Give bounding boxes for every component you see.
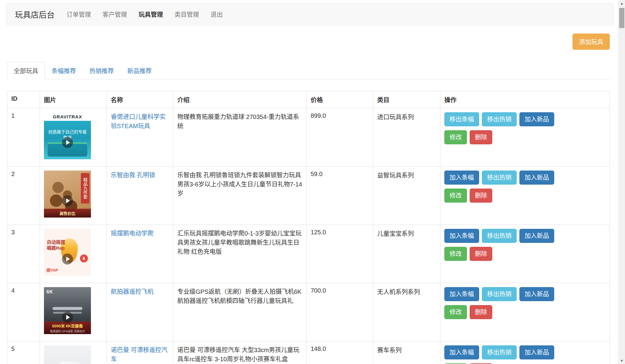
image-badge: 6K: [46, 289, 53, 295]
cell-price: 148.0: [307, 341, 373, 364]
action-button[interactable]: 加入条幅: [444, 229, 479, 243]
navbar-menu-item[interactable]: 类目管理: [169, 3, 205, 25]
action-button[interactable]: 删除: [470, 247, 492, 261]
cell-intro: 汇乐玩具摇摆鹅电动学爬0-1-3岁婴幼儿宝宝玩具男孩女孩儿童早教唱歌跳舞新生儿玩…: [173, 225, 307, 283]
cell-image: 5000米 6K双摄像 电调遥控·GPS返航·无刷动力 6K: [40, 283, 107, 341]
action-button[interactable]: 移出热销: [482, 112, 517, 126]
cell-image: 自动摇摆 唱跳Rap 摇YAP 6: [40, 225, 107, 283]
cell-id: 3: [7, 225, 40, 283]
action-button[interactable]: 移出热销: [482, 287, 517, 301]
navbar-menu-item[interactable]: 客户管理: [97, 3, 133, 25]
action-button[interactable]: 加入新品: [519, 287, 554, 301]
table-row: 4 5000米 6K双摄像 电调遥控·GPS返航·无刷动力 6K 航拍器遥控飞机…: [7, 283, 610, 341]
tab[interactable]: 热销推荐: [83, 62, 121, 79]
play-icon: [62, 254, 73, 265]
action-button[interactable]: 移出热销: [482, 229, 517, 243]
cell-name: 诺巴曼 可漂移遥控汽车: [107, 341, 173, 364]
tab[interactable]: 全部玩具: [7, 62, 45, 79]
scrollbar[interactable]: ▲ ▼: [618, 0, 625, 364]
toolbar: 添加玩具: [7, 34, 610, 50]
action-button[interactable]: 加入新品: [519, 171, 554, 185]
product-name-link[interactable]: 诺巴曼 可漂移遥控汽车: [111, 345, 169, 364]
cell-category: 儿童宝宝系列: [373, 225, 440, 283]
image-badge: 6: [80, 254, 88, 262]
table-header-cell: 价格: [307, 91, 373, 108]
cell-price: 700.0: [307, 283, 373, 341]
action-row-primary: 加入条幅 移出热销 加入新品: [444, 287, 605, 301]
cell-image: GRAVITRAX 创造属于自己的专属跑道: [40, 108, 107, 167]
navbar-menu-item[interactable]: 订单管理: [61, 3, 97, 25]
table-header-cell: 介绍: [173, 91, 307, 108]
product-image[interactable]: GRAVITRAX 创造属于自己的专属跑道: [44, 112, 91, 159]
tab[interactable]: 新品推荐: [121, 62, 158, 79]
action-row-primary: 加入条幅 移出热销 加入新品: [444, 171, 605, 185]
action-button[interactable]: 删除: [470, 189, 492, 203]
image-sub-label: 电调遥控·GPS返航·无刷动力: [44, 329, 91, 333]
cell-price: 899.0: [307, 108, 373, 167]
cell-image: 精品九件套 高性价比: [40, 167, 107, 225]
navbar-menu-item[interactable]: 玩具管理: [133, 3, 169, 25]
cell-actions: 加入条幅 移出热销 加入新品 修改 删除: [440, 225, 610, 283]
action-button[interactable]: 加入新品: [519, 229, 554, 243]
action-button[interactable]: 加入条幅: [444, 287, 479, 301]
cell-actions: 加入条幅 移出热销 加入新品 修改 删除: [440, 341, 610, 364]
table-header-cell: ID: [7, 91, 40, 108]
action-row-edit: 修改 删除: [444, 130, 605, 144]
cell-name: 航拍器遥控飞机: [107, 283, 173, 341]
product-image[interactable]: 5000米 6K双摄像 电调遥控·GPS返航·无刷动力 6K: [44, 287, 91, 334]
tab[interactable]: 条幅推荐: [45, 62, 83, 79]
scroll-up-icon[interactable]: ▲: [619, 0, 625, 7]
play-icon: [62, 137, 73, 148]
cell-id: 2: [7, 167, 40, 225]
cell-price: 125.0: [307, 225, 373, 283]
action-button[interactable]: 删除: [470, 130, 492, 144]
cell-name: 睿偲进口儿童科学实验STEAM玩具: [107, 108, 173, 167]
table-header-row: ID 图片 名称 介绍 价格 类目 操作: [7, 91, 610, 108]
cell-id: 1: [7, 108, 40, 167]
product-name-link[interactable]: 睿偲进口儿童科学实验STEAM玩具: [111, 112, 169, 131]
add-toy-button[interactable]: 添加玩具: [573, 34, 610, 50]
cell-category: 益智玩具系列: [373, 167, 440, 225]
cell-category: 赛车系列: [373, 341, 440, 364]
image-ribbon-label: 精品九件套: [81, 173, 89, 204]
table-header-cell: 操作: [440, 91, 610, 108]
scrollbar-thumb[interactable]: [619, 8, 624, 28]
action-row-edit: 修改 删除: [444, 189, 605, 203]
action-button[interactable]: 修改: [444, 247, 467, 261]
action-button[interactable]: 删除: [470, 305, 492, 319]
cell-intro: 诺巴曼 可漂移遥控汽车 大型33cm男孩儿童玩具车rc遥控车 3-10周岁礼物小…: [173, 341, 307, 364]
product-image[interactable]: 精品九件套 高性价比: [44, 171, 91, 218]
navbar-menu-item[interactable]: 退出: [205, 3, 229, 25]
cell-intro: 物理教育拓展重力轨道球 270354-重力轨道系统: [173, 108, 307, 167]
product-name-link[interactable]: 乐智由我 孔明锁: [111, 171, 155, 180]
products-table-body: 1 GRAVITRAX 创造属于自己的专属跑道 睿偲进口儿童科学实验STEAM玩…: [7, 108, 610, 364]
action-button[interactable]: 移出条幅: [444, 112, 479, 126]
scroll-down-icon[interactable]: ▼: [619, 357, 625, 364]
action-button[interactable]: 修改: [444, 130, 467, 144]
image-sub-label: 摇YAP: [46, 267, 58, 273]
app-brand[interactable]: 玩具店后台: [9, 9, 61, 20]
action-button[interactable]: 移出热销: [482, 171, 517, 185]
product-image[interactable]: 自动摇摆 唱跳Rap 摇YAP 6: [44, 229, 91, 276]
action-button[interactable]: 修改: [444, 305, 467, 319]
cell-image: [40, 341, 107, 364]
product-name-link[interactable]: 航拍器遥控飞机: [111, 287, 154, 296]
action-button[interactable]: 加入新品: [519, 112, 554, 126]
action-button[interactable]: 加入新品: [519, 345, 554, 359]
image-strip-label: 高性价比: [44, 209, 91, 218]
top-navbar: 玩具店后台 订单管理 客户管理 玩具管理 类目管理 退出: [6, 3, 614, 25]
action-button[interactable]: 加入条幅: [444, 171, 479, 185]
image-main-label: 自动摇摆 唱跳Rap: [47, 239, 65, 251]
cell-price: 59.0: [307, 167, 373, 225]
play-icon: [62, 312, 73, 323]
navbar-menu: 订单管理 客户管理 玩具管理 类目管理 退出: [61, 3, 229, 25]
cell-actions: 移出条幅 移出热销 加入新品 修改 删除: [440, 108, 610, 167]
cell-name: 乐智由我 孔明锁: [107, 167, 173, 225]
cell-intro: 乐智由我 孔明锁鲁班锁九件套装解锁智力玩具男孩3-6岁以上小孩成人生日儿童节日礼…: [173, 167, 307, 225]
product-image[interactable]: [44, 345, 91, 364]
action-button[interactable]: 加入条幅: [444, 345, 479, 359]
action-button[interactable]: 修改: [444, 189, 467, 203]
action-row-edit: 修改 删除: [444, 247, 605, 261]
product-name-link[interactable]: 摇摆鹅电动学爬: [111, 229, 154, 238]
action-button[interactable]: 移出热销: [482, 345, 517, 359]
